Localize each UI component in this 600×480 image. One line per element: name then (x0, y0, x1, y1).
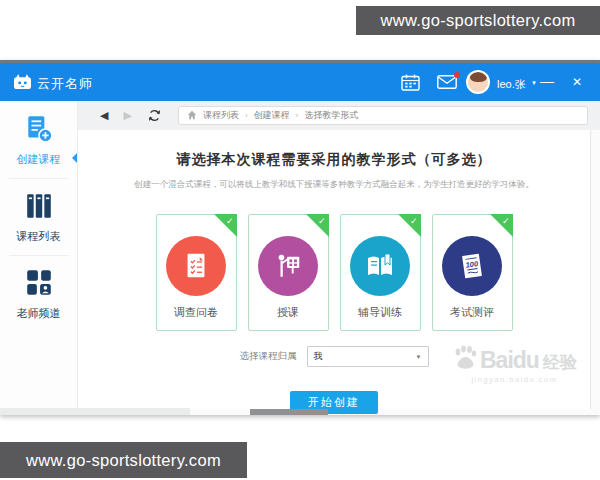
check-icon: ✓ (318, 216, 326, 226)
course-list-icon (24, 206, 54, 223)
card-survey[interactable]: ✓ 调查问卷 (156, 214, 237, 331)
card-label: 辅导训练 (341, 305, 420, 320)
teacher-channel-icon (24, 283, 54, 300)
breadcrumb-separator: › (245, 111, 248, 120)
content-panel: 请选择本次课程需要采用的教学形式（可多选） 创建一个混合式课程，可以将线上教学和… (78, 130, 591, 409)
course-ownership-row: 选择课程归属 我 ▼ (78, 346, 590, 367)
user-menu-caret-icon[interactable]: ▼ (531, 80, 537, 86)
lecture-icon (258, 236, 318, 296)
avatar[interactable] (466, 70, 490, 94)
minimize-button[interactable]: — (540, 73, 554, 89)
username[interactable]: leo.张 (497, 77, 526, 92)
screenshot-canvas: www.go-sportslottery.com 云开名师 (0, 0, 600, 480)
watermark-top: www.go-sportslottery.com (356, 6, 600, 35)
card-label: 调查问卷 (157, 305, 236, 320)
page-title: 请选择本次课程需要采用的教学形式（可多选） (78, 151, 590, 169)
app-logo-icon (13, 73, 32, 94)
check-icon: ✓ (502, 216, 510, 226)
titlebar: 云开名师 (0, 63, 600, 101)
breadcrumb-select-teaching-format[interactable]: 选择教学形式 (304, 109, 358, 122)
breadcrumb-separator: › (296, 111, 299, 120)
notification-dot (454, 72, 460, 78)
select-caret-icon: ▼ (416, 354, 422, 360)
scrollbar-thumb[interactable] (250, 409, 328, 415)
app-window: 云开名师 (0, 60, 600, 415)
back-button[interactable]: ◀ (100, 109, 108, 122)
check-icon: ✓ (226, 216, 234, 226)
card-exam[interactable]: 100 ✓ 考试测评 (432, 214, 513, 331)
app-title: 云开名师 (37, 75, 93, 93)
breadcrumb: 课程列表 › 创建课程 › 选择教学形式 (178, 106, 588, 125)
card-label: 授课 (249, 305, 328, 320)
sidebar: 创建课程 课程列表 (0, 101, 78, 415)
calendar-icon[interactable] (401, 74, 420, 95)
card-label: 考试测评 (433, 305, 512, 320)
mail-icon[interactable] (437, 75, 457, 93)
sidebar-item-course-list[interactable]: 课程列表 (0, 179, 77, 244)
create-course-icon (24, 129, 54, 146)
ownership-select[interactable]: 我 ▼ (307, 346, 429, 367)
sidebar-item-label: 老师频道 (0, 306, 77, 321)
sidebar-item-create-course[interactable]: 创建课程 (0, 101, 77, 167)
ownership-selected-value: 我 (314, 350, 323, 363)
check-icon: ✓ (410, 216, 418, 226)
home-icon[interactable] (187, 110, 197, 122)
watermark-bottom: www.go-sportslottery.com (0, 442, 247, 478)
tutoring-icon (350, 236, 410, 296)
sidebar-item-label: 创建课程 (0, 152, 77, 167)
exam-icon: 100 (442, 236, 502, 296)
breadcrumb-course-list[interactable]: 课程列表 (203, 109, 239, 122)
close-button[interactable]: ✕ (572, 75, 582, 89)
ownership-label: 选择课程归属 (240, 350, 297, 363)
refresh-icon[interactable] (148, 109, 161, 122)
sidebar-item-label: 课程列表 (0, 229, 77, 244)
teaching-format-options: ✓ 调查问卷 (78, 214, 590, 331)
sidebar-item-teacher-channel[interactable]: 老师频道 (0, 256, 77, 321)
card-tutoring[interactable]: ✓ 辅导训练 (340, 214, 421, 331)
nav-toolbar: ◀ ▶ 课程列表 › 创建课程 › (78, 101, 600, 130)
page-subtitle: 创建一个混合式课程，可以将线上教学和线下授课等多种教学方式融合起来，为学生打造更… (78, 179, 590, 191)
active-item-indicator (72, 153, 77, 163)
card-lecture[interactable]: ✓ 授课 (248, 214, 329, 331)
survey-icon (166, 236, 226, 296)
forward-button[interactable]: ▶ (123, 109, 131, 122)
breadcrumb-create-course[interactable]: 创建课程 (254, 109, 290, 122)
scrollbar-track (0, 408, 190, 415)
